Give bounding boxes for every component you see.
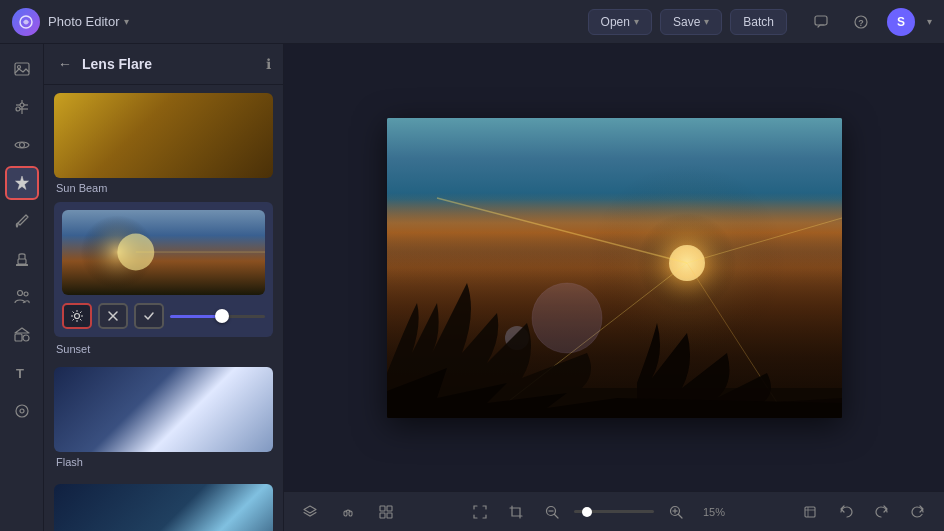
- help-icon[interactable]: ?: [847, 8, 875, 36]
- svg-line-43: [555, 514, 559, 518]
- header: Photo Editor ▾ Open ▾ Save ▾ Batch ? S ▾: [0, 0, 944, 44]
- sidebar-photos-button[interactable]: [5, 52, 39, 86]
- bottom-right-tools: [796, 498, 932, 526]
- svg-point-5: [17, 66, 20, 69]
- filter-sun-beam[interactable]: Sun Beam: [44, 85, 283, 202]
- save-button[interactable]: Save ▾: [660, 9, 722, 35]
- app-name-chevron: ▾: [124, 16, 129, 27]
- sunset-label: Sunset: [54, 343, 273, 355]
- filter-slider-wrap: [170, 303, 265, 329]
- filter-flash[interactable]: Flash: [44, 359, 283, 476]
- svg-rect-40: [387, 513, 392, 518]
- svg-rect-48: [805, 507, 815, 517]
- open-button[interactable]: Open ▾: [588, 9, 652, 35]
- svg-text:?: ?: [858, 18, 864, 28]
- sidebar-text-button[interactable]: T: [5, 356, 39, 390]
- app-name[interactable]: Photo Editor ▾: [48, 14, 129, 29]
- filter-cancel-button[interactable]: [98, 303, 128, 329]
- filter-intensity-slider[interactable]: [170, 315, 265, 318]
- svg-point-21: [20, 409, 24, 413]
- svg-point-15: [24, 292, 28, 296]
- panel-back-button[interactable]: ←: [56, 54, 74, 74]
- flash-label: Flash: [54, 456, 273, 468]
- canvas-image: [387, 118, 842, 418]
- svg-rect-12: [18, 259, 26, 264]
- comment-icon[interactable]: [807, 8, 835, 36]
- layers-icon[interactable]: [296, 498, 324, 526]
- app-logo: [12, 8, 40, 36]
- sidebar-stamp-button[interactable]: [5, 242, 39, 276]
- panel-title: Lens Flare: [82, 56, 258, 72]
- filter-control-buttons: [62, 303, 265, 329]
- svg-rect-1: [815, 16, 827, 25]
- bottom-toolbar: 15%: [284, 491, 944, 531]
- svg-rect-37: [380, 506, 385, 511]
- bottom-center-tools: 15%: [466, 498, 730, 526]
- undo-icon[interactable]: [832, 498, 860, 526]
- svg-text:T: T: [16, 366, 24, 381]
- sidebar-shapes-button[interactable]: [5, 318, 39, 352]
- history-icon[interactable]: [904, 498, 932, 526]
- svg-point-20: [16, 405, 28, 417]
- svg-point-17: [23, 335, 29, 341]
- zoom-in-icon[interactable]: [662, 498, 690, 526]
- svg-rect-4: [15, 63, 29, 75]
- svg-rect-38: [387, 506, 392, 511]
- fit-view-icon[interactable]: [466, 498, 494, 526]
- icon-sidebar: T: [0, 44, 44, 531]
- sidebar-logo-button[interactable]: [5, 394, 39, 428]
- filter-strobe[interactable]: Strobe: [44, 476, 283, 531]
- link-icon[interactable]: [334, 498, 362, 526]
- canvas-area: 15%: [284, 44, 944, 531]
- lens-flare-panel: ← Lens Flare ℹ Sun Beam: [44, 44, 284, 531]
- panel-header: ← Lens Flare ℹ: [44, 44, 283, 85]
- svg-rect-13: [16, 264, 28, 266]
- sunset-thumb: [62, 210, 265, 295]
- sidebar-view-button[interactable]: [5, 128, 39, 162]
- avatar[interactable]: S: [887, 8, 915, 36]
- avatar-chevron[interactable]: ▾: [927, 16, 932, 27]
- panel-info-button[interactable]: ℹ: [266, 56, 271, 72]
- zoom-value: 15%: [698, 506, 730, 518]
- svg-point-10: [16, 107, 20, 111]
- bottom-left-tools: [296, 498, 400, 526]
- filter-confirm-button[interactable]: [134, 303, 164, 329]
- batch-button[interactable]: Batch: [730, 9, 787, 35]
- strobe-thumb: [54, 484, 273, 531]
- sun-beam-label: Sun Beam: [54, 182, 273, 194]
- zoom-slider[interactable]: [574, 510, 654, 513]
- header-icons: ? S ▾: [807, 8, 932, 36]
- svg-rect-16: [15, 334, 22, 341]
- grid-icon[interactable]: [372, 498, 400, 526]
- zoom-out-icon[interactable]: [538, 498, 566, 526]
- sun-beam-thumb: [54, 93, 273, 178]
- panel-scroll[interactable]: Sun Beam: [44, 85, 283, 531]
- svg-point-14: [17, 291, 22, 296]
- sidebar-brush-button[interactable]: [5, 204, 39, 238]
- sidebar-adjustments-button[interactable]: [5, 90, 39, 124]
- sidebar-people-button[interactable]: [5, 280, 39, 314]
- svg-rect-39: [380, 513, 385, 518]
- svg-line-47: [679, 514, 683, 518]
- svg-point-11: [19, 143, 24, 148]
- main-area: T ← Lens Flare ℹ Sun Beam: [0, 44, 944, 531]
- redo-icon[interactable]: [868, 498, 896, 526]
- canvas-main[interactable]: [284, 44, 944, 491]
- svg-marker-18: [15, 328, 29, 333]
- sidebar-effects-button[interactable]: [5, 166, 39, 200]
- fit-canvas-icon[interactable]: [796, 498, 824, 526]
- flash-thumb: [54, 367, 273, 452]
- filter-settings-button[interactable]: [62, 303, 92, 329]
- svg-point-25: [75, 314, 80, 319]
- svg-point-9: [20, 103, 24, 107]
- filter-sunset-selected: [54, 202, 273, 337]
- crop-icon[interactable]: [502, 498, 530, 526]
